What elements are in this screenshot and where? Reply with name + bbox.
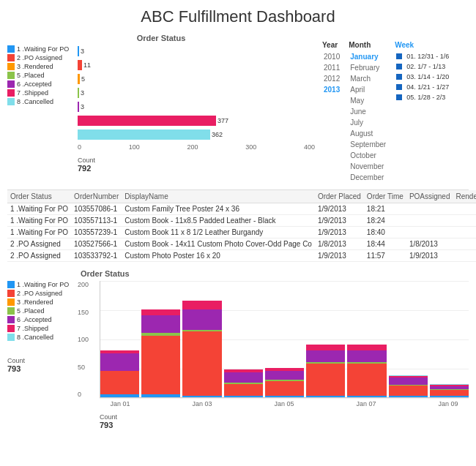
- month-item[interactable]: February: [349, 63, 387, 72]
- x-axis-label: Jan 07: [346, 400, 387, 407]
- table-cell: [453, 215, 476, 227]
- x-axis-label: [223, 400, 264, 407]
- month-item[interactable]: June: [349, 107, 387, 116]
- bar-row: 3: [78, 45, 315, 57]
- bottom-legend-item: 3 .Rendered: [7, 298, 73, 306]
- table-cell: 1/9/2013: [315, 227, 364, 238]
- legend-item: 1 .Waiting For PO: [7, 45, 73, 53]
- bottom-chart-section: Order Status 1 .Waiting For PO2 .PO Assi…: [7, 269, 469, 429]
- year-item[interactable]: 2013: [322, 85, 341, 94]
- table-cell: Custom Book - 11x8.5 Padded Leather - Bl…: [122, 215, 315, 227]
- table-cell: 1/9/2013: [315, 215, 364, 227]
- stacked-segment: [347, 350, 386, 362]
- bottom-count-label: Count: [100, 413, 469, 421]
- stacked-segment: [141, 315, 180, 333]
- table-cell: Custom Photo Poster 16 x 20: [122, 250, 315, 262]
- y-axis-label: 0: [78, 391, 89, 398]
- month-item[interactable]: November: [349, 162, 387, 171]
- stacked-segment: [265, 396, 304, 397]
- order-status-bar-chart: Order Status 1 .Waiting For PO2 .PO Assi…: [7, 34, 315, 182]
- stacked-segment: [182, 396, 221, 397]
- bottom-legend-item: 1 .Waiting For PO: [7, 281, 73, 288]
- orders-table: Order StatusOrderNumberDisplayNameOrder …: [7, 190, 476, 262]
- x-axis-label: Jan 05: [264, 400, 305, 407]
- stacked-bar-group: [430, 384, 469, 397]
- month-item[interactable]: December: [349, 173, 387, 182]
- table-cell: 103527566-1: [71, 238, 122, 250]
- table-cell: [406, 215, 453, 227]
- bar-row: 11: [78, 59, 315, 71]
- bar-row: 3: [78, 101, 315, 113]
- week-item[interactable]: 04. 1/21 - 1/27: [395, 83, 450, 91]
- bottom-legend-item: 8 .Cancelled: [7, 334, 73, 341]
- table-cell: 18:24: [364, 215, 406, 227]
- month-item[interactable]: August: [349, 129, 387, 138]
- x-axis-label: [141, 400, 182, 407]
- table-row: 2 .PO Assigned103527566-1Custom Book - 1…: [7, 238, 476, 250]
- year-item[interactable]: 2012: [322, 74, 341, 83]
- legend-item: 3 .Rendered: [7, 63, 73, 70]
- stacked-segment: [347, 364, 386, 396]
- stacked-segment: [430, 396, 469, 397]
- stacked-bar-group: [389, 375, 428, 397]
- stacked-segment: [430, 390, 469, 396]
- table-cell: 103557239-1: [71, 227, 122, 238]
- bottom-legend-item: 7 .Shipped: [7, 325, 73, 332]
- table-cell: 1/8/2013: [315, 238, 364, 250]
- table-cell: [406, 203, 453, 215]
- bar-row: 3: [78, 87, 315, 99]
- year-item[interactable]: 2010: [322, 52, 341, 61]
- month-column: MonthJanuaryFebruaryMarchAprilMayJuneJul…: [349, 41, 387, 182]
- table-header: Rendered: [453, 190, 476, 203]
- stacked-segment: [141, 336, 180, 394]
- month-item[interactable]: May: [349, 96, 387, 105]
- stacked-segment: [389, 377, 428, 385]
- bottom-legend-item: 2 .PO Assigned: [7, 290, 73, 297]
- bar-chart-legend: 1 .Waiting For PO2 .PO Assigned3 .Render…: [7, 45, 73, 173]
- table-cell: 18:40: [364, 227, 406, 238]
- table-cell: 1 .Waiting For PO: [7, 215, 71, 227]
- stacked-segment: [224, 384, 263, 396]
- month-item[interactable]: October: [349, 151, 387, 160]
- table-cell: Custom Family Tree Poster 24 x 36: [122, 203, 315, 215]
- data-table-container: Order StatusOrderNumberDisplayNameOrder …: [7, 189, 469, 262]
- month-item[interactable]: April: [349, 85, 387, 94]
- y-axis-label: 50: [78, 364, 89, 371]
- week-item[interactable]: 03. 1/14 - 1/20: [395, 72, 450, 81]
- year-item[interactable]: 2011: [322, 63, 341, 72]
- week-item[interactable]: 05. 1/28 - 2/3: [395, 93, 450, 102]
- month-item[interactable]: September: [349, 140, 387, 149]
- bottom-legend-item: 6 .Accepted: [7, 316, 73, 323]
- stacked-bar-group: [265, 368, 304, 397]
- stacked-segment: [182, 301, 221, 309]
- month-item[interactable]: January: [349, 52, 387, 61]
- stacked-segment: [100, 371, 139, 394]
- table-cell: 1 .Waiting For PO: [7, 227, 71, 238]
- table-cell: 103557086-1: [71, 203, 122, 215]
- month-item[interactable]: March: [349, 74, 387, 83]
- bar-chart-title: Order Status: [7, 34, 315, 42]
- month-item[interactable]: July: [349, 118, 387, 127]
- stacked-segment: [182, 309, 221, 330]
- stacked-bar-group: [306, 345, 345, 397]
- y-axis-label: 100: [78, 336, 89, 343]
- stacked-segment: [347, 396, 386, 397]
- table-cell: 2 .PO Assigned: [7, 250, 71, 262]
- table-cell: 2 .PO Assigned: [7, 238, 71, 250]
- count-value: 792: [78, 164, 315, 173]
- bottom-count-value: 793: [100, 421, 469, 429]
- table-cell: 103557113-1: [71, 215, 122, 227]
- stacked-segment: [306, 350, 345, 362]
- table-cell: 1/9/2013: [315, 250, 364, 262]
- table-cell: 18:21: [364, 203, 406, 215]
- table-header: DisplayName: [122, 190, 315, 203]
- table-row: 1 .Waiting For PO103557086-1Custom Famil…: [7, 203, 476, 215]
- table-header: Order Time: [364, 190, 406, 203]
- bar-row: 377: [78, 115, 315, 127]
- table-header: OrderNumber: [71, 190, 122, 203]
- week-item[interactable]: 01. 12/31 - 1/6: [395, 52, 450, 61]
- y-axis-label: 200: [78, 281, 89, 288]
- stacked-bar-group: [100, 350, 139, 397]
- week-item[interactable]: 02. 1/7 - 1/13: [395, 62, 450, 71]
- x-axis-label: Jan 09: [428, 400, 469, 407]
